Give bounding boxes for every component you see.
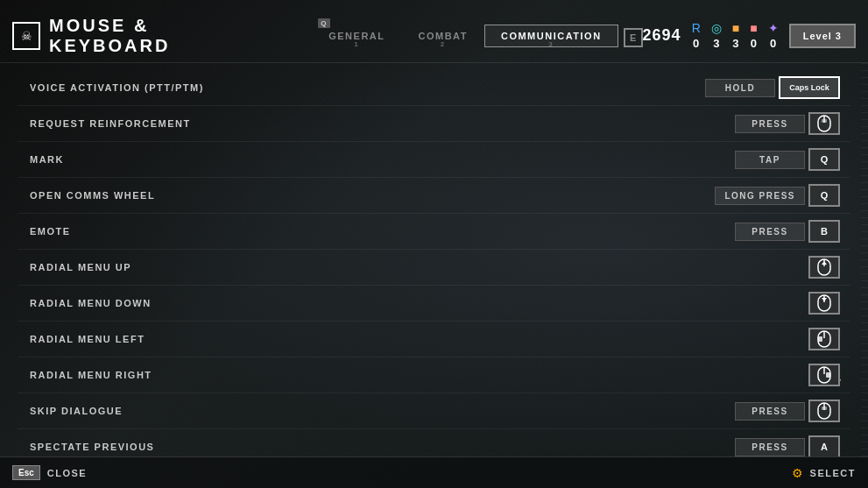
stat-r: R 0	[692, 21, 701, 50]
key-group-spec-prev: PRESS A	[735, 435, 850, 456]
key-group-radial-up	[745, 256, 850, 279]
key-badge-radial-up-1[interactable]	[808, 256, 840, 279]
stat-orange: ■ 3	[732, 21, 739, 50]
header-stats: 2694 R 0 ◎ 3 ■ 3 ■ 0 ✦ 0 Level 3	[643, 21, 856, 50]
stat-purple-icon: ✦	[768, 21, 779, 35]
stat-orange-icon: ■	[732, 21, 739, 35]
keybind-name-comms: OPEN COMMS WHEEL	[18, 190, 715, 201]
key-badge-spec-prev-1[interactable]: A	[808, 435, 840, 456]
stat-coin: ◎ 3	[711, 21, 722, 50]
stat-r-val: 0	[693, 37, 699, 50]
stat-pink-icon: ■	[750, 21, 757, 35]
mode-btn-spec-prev[interactable]: PRESS	[735, 438, 805, 456]
keybind-row-mark: MARK TAP Q	[18, 142, 850, 178]
keybind-name-skip: SKIP DIALOGUE	[18, 406, 735, 416]
page-title: MOUSE & KEYBOARD	[49, 16, 277, 56]
svg-rect-2	[822, 119, 827, 123]
tabs: Q GENERAL 1 COMBAT 2 COMMUNICATION 3 E	[312, 25, 642, 47]
select-label: SELECT	[810, 468, 856, 478]
key-group-comms: LONG PRESS Q	[715, 184, 850, 207]
tab-key-general: Q	[318, 18, 330, 28]
key-badge-radial-down-1[interactable]	[808, 292, 840, 315]
key-badge-emote-1[interactable]: B	[808, 220, 840, 243]
key-group-radial-right: ·	[745, 364, 850, 386]
mode-btn-reinforce[interactable]: PRESS	[735, 115, 805, 133]
key-group-skip: PRESS	[735, 400, 850, 422]
svg-rect-11	[818, 336, 822, 342]
keybind-name-radial-up: RADIAL MENU UP	[18, 262, 745, 272]
footer-left: Esc CLOSE	[12, 465, 87, 480]
key-badge-voice-1[interactable]: Caps Lock	[779, 76, 840, 99]
key-badge-radial-left-1[interactable]	[808, 328, 840, 350]
mode-btn-skip[interactable]: PRESS	[735, 402, 805, 421]
stat-purple-val: 0	[770, 37, 776, 50]
svg-rect-17	[822, 407, 827, 410]
svg-marker-8	[822, 298, 827, 301]
keybind-row-radial-down: RADIAL MENU DOWN	[18, 286, 850, 322]
title-section: ☠ MOUSE & KEYBOARD Q GENERAL 1 COMBAT 2 …	[12, 16, 643, 56]
stat-coin-val: 3	[713, 37, 719, 50]
keybind-name-radial-right: RADIAL MENU RIGHT	[18, 370, 745, 380]
close-key[interactable]: Esc	[12, 465, 40, 480]
tab-communication[interactable]: COMMUNICATION 3	[484, 25, 618, 47]
key-group-emote: PRESS B	[735, 220, 850, 243]
stat-coin-icon: ◎	[711, 21, 722, 35]
footer: Esc CLOSE ⚙ SELECT	[0, 456, 868, 488]
keybind-row-radial-right: RADIAL MENU RIGHT ·	[18, 357, 850, 393]
keybind-row-voice: VOICE ACTIVATION (PTT/PTM) HOLD Caps Loc…	[18, 70, 850, 106]
keybind-name-spec-prev: SPECTATE PREVIOUS	[18, 442, 735, 452]
mode-btn-emote[interactable]: PRESS	[735, 223, 805, 241]
skull-icon: ☠	[12, 22, 40, 50]
key-group-reinforce: PRESS	[735, 112, 850, 135]
keybind-row-emote: EMOTE PRESS B	[18, 214, 850, 250]
keybind-name-reinforce: REQUEST REINFORCEMENT	[18, 118, 735, 129]
key-badge-comms-1[interactable]: Q	[808, 184, 840, 207]
stat-purple: ✦ 0	[768, 21, 779, 50]
tab-next-key[interactable]: E	[624, 28, 643, 47]
right-side-decoration	[861, 63, 868, 456]
keybind-row-skip: SKIP DIALOGUE PRESS	[18, 393, 850, 429]
keybind-name-radial-down: RADIAL MENU DOWN	[18, 298, 745, 308]
keybind-row-spec-prev: SPECTATE PREVIOUS PRESS A	[18, 429, 850, 456]
key-group-voice: HOLD Caps Lock	[705, 76, 850, 99]
keybind-row-radial-up: RADIAL MENU UP	[18, 250, 850, 286]
mode-btn-comms[interactable]: LONG PRESS	[715, 187, 805, 205]
close-label: CLOSE	[47, 468, 87, 478]
key-badge-mark-1[interactable]: Q	[808, 148, 840, 171]
select-icon: ⚙	[792, 466, 803, 480]
key-badge-radial-right-1[interactable]: ·	[808, 364, 840, 386]
key-badge-reinforce-1[interactable]	[808, 112, 840, 135]
svg-marker-5	[822, 261, 827, 265]
keybind-name-voice: VOICE ACTIVATION (PTT/PTM)	[18, 82, 705, 93]
svg-rect-14	[826, 372, 830, 378]
keybinds-list: VOICE ACTIVATION (PTT/PTM) HOLD Caps Loc…	[0, 63, 868, 456]
tab-general[interactable]: Q GENERAL 1	[312, 25, 401, 47]
stat-pink: ■ 0	[750, 21, 757, 50]
stat-r-icon: R	[692, 21, 701, 35]
mode-btn-voice[interactable]: HOLD	[705, 79, 775, 97]
level-badge: Level 3	[789, 24, 856, 48]
footer-right: ⚙ SELECT	[792, 466, 856, 480]
score-display: 2694	[643, 26, 681, 45]
stat-orange-val: 3	[732, 37, 738, 50]
mode-btn-mark[interactable]: TAP	[735, 151, 805, 169]
keybind-name-mark: MARK	[18, 154, 735, 165]
keybind-name-radial-left: RADIAL MENU LEFT	[18, 334, 745, 344]
keybind-row-comms: OPEN COMMS WHEEL LONG PRESS Q	[18, 178, 850, 214]
keybind-name-emote: EMOTE	[18, 226, 735, 237]
keybind-row-reinforce: REQUEST REINFORCEMENT PRESS	[18, 106, 850, 142]
key-group-mark: TAP Q	[735, 148, 850, 171]
tab-combat[interactable]: COMBAT 2	[401, 25, 483, 47]
key-badge-skip-1[interactable]	[808, 400, 840, 422]
header: ☠ MOUSE & KEYBOARD Q GENERAL 1 COMBAT 2 …	[0, 0, 868, 63]
key-group-radial-left	[745, 328, 850, 350]
stat-pink-val: 0	[751, 37, 757, 50]
key-group-radial-down	[745, 292, 850, 315]
keybind-row-radial-left: RADIAL MENU LEFT	[18, 322, 850, 357]
